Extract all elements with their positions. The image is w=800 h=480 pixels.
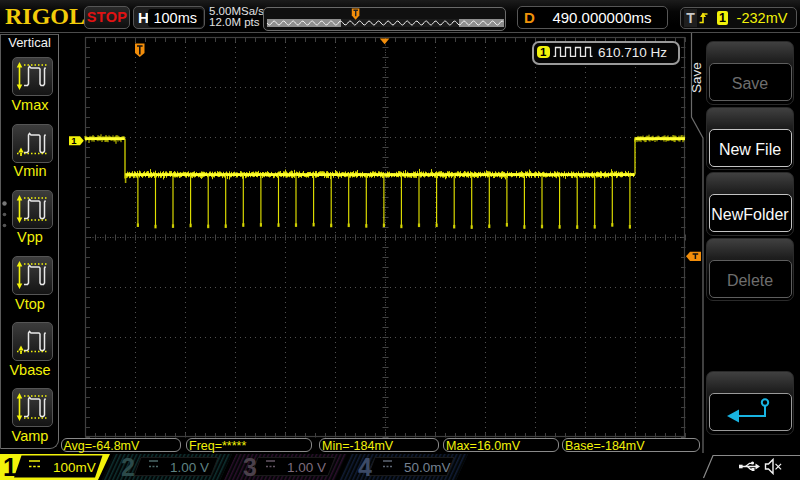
svg-text:1.00 V: 1.00 V bbox=[287, 460, 326, 475]
svg-text:1.00 V: 1.00 V bbox=[170, 460, 209, 475]
svg-text:2: 2 bbox=[121, 454, 135, 480]
svg-text:1: 1 bbox=[71, 135, 77, 146]
svg-text:100mV: 100mV bbox=[53, 460, 96, 475]
svg-text:50.0mV: 50.0mV bbox=[404, 460, 451, 475]
svg-text:1: 1 bbox=[3, 454, 17, 480]
svg-text:3: 3 bbox=[243, 454, 257, 480]
svg-text:4: 4 bbox=[358, 454, 372, 480]
